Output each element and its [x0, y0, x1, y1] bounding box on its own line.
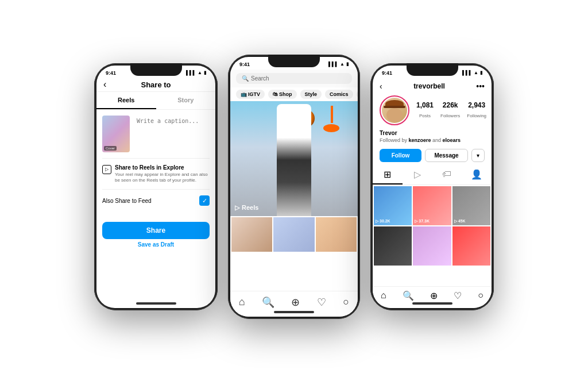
- tab-reels[interactable]: ▷: [403, 166, 432, 184]
- media-row: Cover: [102, 116, 210, 152]
- tab-story[interactable]: Story: [156, 92, 216, 109]
- signal-icon-3: ▌▌▌: [462, 70, 472, 75]
- cat-igtv-label: IGTV: [248, 91, 260, 97]
- search-bar: 🔍 Search: [230, 70, 358, 87]
- tab-reels[interactable]: Reels: [96, 92, 156, 109]
- divider-1: [102, 158, 210, 159]
- back-button[interactable]: ‹: [103, 79, 106, 90]
- followed-by: Followed by kenzoere and eloears: [380, 137, 485, 143]
- cat-style-label: Style: [305, 91, 318, 97]
- following-stat[interactable]: 2,943 Following: [467, 101, 486, 120]
- message-button[interactable]: Message: [425, 149, 468, 162]
- phone-3-status-icons: ▌▌▌ ▲ ▮: [462, 70, 482, 75]
- bio: Trevor Followed by kenzoere and eloears: [373, 130, 492, 145]
- battery-icon-2: ▮: [346, 61, 349, 67]
- share-feed-checkbox[interactable]: ✓: [199, 195, 210, 206]
- save-draft-button[interactable]: Save as Draft: [102, 239, 210, 250]
- cat-igtv[interactable]: 📺IGTV: [236, 90, 265, 99]
- share-feed-label: Also Share to Feed: [102, 198, 152, 204]
- posts-count: 1,081: [416, 101, 434, 109]
- phone-1-status-icons: ▌▌▌ ▲ ▮: [186, 70, 206, 75]
- phone-3-time: 9:41: [382, 70, 392, 76]
- explore-grid: [230, 216, 358, 253]
- categories-bar: 📺IGTV 🛍Shop Style Comics TV & Mo...: [230, 87, 358, 101]
- add-nav-icon[interactable]: ⊕: [291, 296, 300, 309]
- video-item-4[interactable]: [374, 226, 412, 266]
- heart-icon-3[interactable]: ♡: [454, 290, 462, 301]
- cat-tv[interactable]: TV & Mo...: [357, 90, 358, 99]
- option-desc: Your reel may appear in Explore and can …: [115, 172, 210, 184]
- grid-item-3[interactable]: [316, 217, 357, 252]
- posts-label: Posts: [419, 113, 431, 118]
- wifi-icon-3: ▲: [474, 70, 478, 75]
- video-item-1[interactable]: ▷30.2K: [374, 186, 412, 225]
- bio-name: Trevor: [380, 130, 485, 136]
- wifi-icon-2: ▲: [340, 61, 345, 67]
- phone-2-home-bar: [274, 311, 314, 313]
- phone-2-status-icons: ▌▌▌ ▲ ▮: [328, 61, 349, 67]
- cat-comics[interactable]: Comics: [325, 90, 353, 99]
- phone-1-content: Cover ▷ Share to Reels in Explore Your r…: [96, 110, 215, 218]
- action-row: Follow Message ▾: [373, 145, 492, 166]
- followers-stat[interactable]: 226k Followers: [440, 101, 460, 120]
- phone-1-actions: Share Save as Draft: [96, 217, 215, 252]
- home-icon-3[interactable]: ⌂: [381, 290, 386, 301]
- follow-button[interactable]: Follow: [380, 149, 421, 162]
- video-item-6[interactable]: [452, 226, 490, 266]
- grid-item-1[interactable]: [231, 217, 272, 252]
- followers-count: 226k: [440, 101, 460, 109]
- scene: 9:41 ▌▌▌ ▲ ▮ ‹ Share to Reels Story: [0, 0, 588, 373]
- cat-style[interactable]: Style: [300, 90, 322, 99]
- search-icon-3[interactable]: 🔍: [403, 290, 414, 301]
- tab-tagged[interactable]: 🏷: [432, 166, 462, 184]
- avatar-image: [382, 98, 407, 123]
- caption-input[interactable]: [134, 116, 210, 133]
- share-explore-option: ▷ Share to Reels in Explore Your reel ma…: [102, 164, 210, 184]
- phone-1-notch: [130, 63, 182, 76]
- more-icon[interactable]: •••: [476, 82, 485, 91]
- dropdown-button[interactable]: ▾: [471, 149, 485, 162]
- cat-comics-label: Comics: [330, 91, 349, 97]
- phone-3: 9:41 ▌▌▌ ▲ ▮ ‹ trevorbell •••: [370, 63, 494, 310]
- option-text: Share to Reels in Explore Your reel may …: [115, 164, 210, 184]
- share-button[interactable]: Share: [102, 222, 210, 239]
- profile-icon-3[interactable]: ○: [478, 290, 483, 301]
- battery-icon: ▮: [204, 70, 206, 75]
- follower-1[interactable]: kenzoere: [409, 137, 431, 143]
- divider-2: [102, 189, 210, 190]
- phone-3-screen: 9:41 ▌▌▌ ▲ ▮ ‹ trevorbell •••: [373, 66, 492, 308]
- tab-grid[interactable]: ⊞: [373, 166, 403, 184]
- following-label: Following: [467, 113, 486, 118]
- video-item-2[interactable]: ▷37.3K: [413, 186, 451, 225]
- follower-2[interactable]: eloears: [443, 137, 461, 143]
- phone-3-notch: [407, 63, 458, 76]
- reels-text: Reels: [242, 204, 258, 211]
- phone-1-screen: 9:41 ▌▌▌ ▲ ▮ ‹ Share to Reels Story: [96, 66, 215, 308]
- video-item-3[interactable]: ▷45K: [452, 186, 490, 225]
- phone-1-header: ‹ Share to: [96, 78, 215, 92]
- search-input[interactable]: 🔍 Search: [236, 73, 352, 84]
- cat-shop[interactable]: 🛍Shop: [268, 90, 297, 99]
- video-grid: ▷30.2K ▷37.3K ▷45K: [373, 186, 492, 266]
- add-icon-3[interactable]: ⊕: [430, 290, 438, 301]
- video-count-2: ▷37.3K: [415, 219, 430, 224]
- phone-1-tabs: Reels Story: [96, 92, 215, 110]
- tab-mentions[interactable]: 👤: [462, 166, 492, 184]
- following-count: 2,943: [467, 101, 486, 109]
- search-nav-icon[interactable]: 🔍: [262, 296, 274, 309]
- video-item-5[interactable]: [413, 226, 451, 266]
- search-placeholder: Search: [251, 75, 269, 82]
- home-nav-icon[interactable]: ⌂: [239, 296, 245, 308]
- profile-nav-icon[interactable]: ○: [343, 296, 349, 308]
- profile-stats: 1,081 Posts 226k Followers 2,943 Followi…: [416, 101, 486, 120]
- phone-1: 9:41 ▌▌▌ ▲ ▮ ‹ Share to Reels Story: [94, 63, 218, 310]
- phone-2: 9:41 ▌▌▌ ▲ ▮ 🔍 Search 📺IGTV 🛍Shop Style: [228, 55, 360, 319]
- profile-back-icon[interactable]: ‹: [380, 82, 382, 91]
- share-feed-row: Also Share to Feed ✓: [102, 195, 210, 206]
- phone-2-time: 9:41: [239, 61, 250, 67]
- grid-item-2[interactable]: [273, 217, 314, 252]
- share-to-title: Share to: [141, 80, 171, 89]
- posts-stat: 1,081 Posts: [416, 101, 434, 120]
- heart-nav-icon[interactable]: ♡: [317, 296, 326, 309]
- hoop-area: [323, 106, 341, 129]
